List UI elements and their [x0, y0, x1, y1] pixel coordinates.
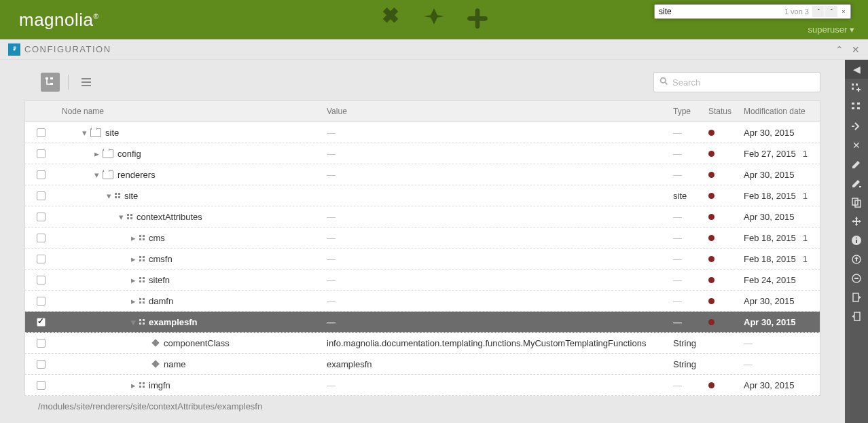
pulse-icon[interactable] — [420, 6, 448, 33]
svg-point-21 — [856, 238, 857, 239]
expand-toggle[interactable]: ▾ — [130, 317, 137, 327]
col-name[interactable]: Node name — [56, 107, 327, 116]
tree-view-button[interactable] — [41, 73, 60, 92]
row-checkbox[interactable] — [37, 128, 46, 137]
status-dot-icon — [708, 130, 715, 136]
user-menu[interactable]: superuser ▾ — [808, 24, 854, 35]
cell-type: String — [673, 359, 708, 369]
move-button[interactable] — [845, 212, 868, 231]
table-row[interactable]: ▸cms——Feb 18, 20151 — [24, 227, 820, 249]
table-row[interactable]: componentClassinfo.magnolia.documentatio… — [24, 333, 820, 354]
table-row[interactable]: ▸cmsfn——Feb 18, 20151 — [24, 249, 820, 270]
svg-rect-13 — [857, 103, 860, 105]
row-checkbox[interactable] — [37, 318, 46, 327]
publish-button[interactable] — [845, 250, 868, 269]
svg-rect-3 — [50, 83, 53, 85]
row-checkbox[interactable] — [37, 339, 46, 348]
cell-modified: Apr 30, 2015 — [744, 296, 820, 306]
cell-value: info.magnolia.documentation.templating.f… — [327, 338, 673, 348]
expand-toggle[interactable]: ▾ — [93, 170, 100, 180]
row-checkbox[interactable] — [37, 255, 46, 263]
status-dot-icon — [708, 298, 715, 304]
favorites-icon[interactable] — [464, 6, 491, 33]
find-next-button[interactable]: ˅ — [825, 6, 837, 17]
expand-toggle[interactable]: ▸ — [130, 233, 137, 243]
row-checkbox[interactable] — [37, 149, 46, 158]
export-button[interactable] — [845, 288, 868, 307]
topbar: magnolia® 1 von 3 ˄ ˅ × superuser ▾ — [0, 0, 868, 39]
row-checkbox[interactable] — [37, 276, 46, 284]
add-property-button[interactable] — [845, 117, 868, 136]
brand-logo[interactable]: magnolia® — [19, 10, 98, 31]
cell-modified: Feb 18, 20151 — [744, 254, 820, 264]
status-dot-icon — [708, 235, 715, 241]
unpublish-button[interactable] — [845, 269, 868, 288]
row-checkbox[interactable] — [37, 191, 46, 200]
table-row[interactable]: ▾site——Apr 30, 2015 — [24, 122, 820, 143]
expand-toggle[interactable]: ▾ — [117, 212, 124, 222]
add-node-button[interactable] — [845, 79, 868, 98]
find-close-button[interactable]: × — [838, 6, 849, 17]
separator — [68, 75, 69, 90]
actionbar: ◀ ✕ — [845, 60, 868, 423]
status-dot-icon — [708, 382, 715, 388]
chevron-down-icon: ▾ — [850, 24, 854, 35]
content-node-icon — [139, 277, 145, 282]
actionbar-toggle[interactable]: ◀ — [845, 60, 868, 79]
close-icon[interactable]: ✕ — [852, 44, 860, 55]
status-dot-icon — [708, 214, 715, 220]
import-button[interactable] — [845, 307, 868, 326]
row-checkbox[interactable] — [37, 213, 46, 221]
filter-input[interactable] — [672, 77, 814, 88]
add-folder-button[interactable] — [845, 98, 868, 117]
duplicate-button[interactable] — [845, 193, 868, 212]
find-input[interactable] — [656, 7, 782, 16]
filter-box[interactable] — [653, 72, 820, 92]
expand-toggle[interactable]: ▾ — [105, 191, 112, 201]
edit-button[interactable] — [845, 155, 868, 174]
cell-type: — — [673, 149, 708, 159]
row-checkbox[interactable] — [37, 234, 46, 242]
svg-rect-2 — [50, 77, 53, 79]
cell-value: — — [327, 170, 673, 180]
find-prev-button[interactable]: ˄ — [812, 6, 825, 17]
table-row[interactable]: ▾renderers——Apr 30, 2015 — [24, 164, 820, 185]
row-checkbox[interactable] — [37, 360, 46, 369]
col-status[interactable]: Status — [708, 107, 744, 116]
table-row[interactable]: ▾contextAttributes——Apr 30, 2015 — [24, 206, 820, 227]
expand-toggle[interactable]: ▸ — [130, 380, 137, 390]
status-dot-icon — [708, 151, 715, 157]
node-name: cms — [149, 233, 165, 243]
table-row[interactable]: ▸damfn——Apr 30, 2015 — [24, 291, 820, 312]
row-checkbox[interactable] — [37, 170, 46, 179]
table-row[interactable]: ▾sitesiteFeb 18, 20151 — [24, 185, 820, 206]
status-dot-icon — [708, 319, 715, 325]
list-view-button[interactable] — [77, 73, 96, 92]
info-button[interactable] — [845, 231, 868, 250]
apps-icon[interactable] — [377, 6, 404, 33]
cell-value: — — [327, 254, 673, 264]
row-checkbox[interactable] — [37, 381, 46, 390]
expand-toggle[interactable]: ▾ — [81, 128, 88, 138]
expand-toggle[interactable]: ▸ — [130, 254, 137, 264]
table-row[interactable]: ▾examplesfn——Apr 30, 2015 — [24, 312, 820, 333]
table-row[interactable]: ▸imgfn——Apr 30, 2015 — [24, 375, 820, 396]
table-header: Node name Value Type Status Modification… — [24, 100, 820, 122]
collapse-icon[interactable]: ⌃ — [835, 44, 844, 55]
status-dot-icon — [708, 277, 715, 283]
row-checkbox[interactable] — [37, 297, 46, 306]
expand-toggle[interactable]: ▸ — [130, 275, 137, 285]
table-row[interactable]: nameexamplesfnString— — [24, 354, 820, 375]
cell-type: — — [673, 317, 708, 327]
expand-toggle[interactable]: ▸ — [93, 149, 100, 159]
table-row[interactable]: ▸sitefn——Feb 24, 2015 — [24, 270, 820, 291]
expand-toggle[interactable]: ▸ — [130, 296, 137, 306]
col-type[interactable]: Type — [673, 107, 708, 116]
table-row[interactable]: ▸config——Feb 27, 20151 — [24, 143, 820, 164]
col-value[interactable]: Value — [327, 107, 673, 116]
delete-button[interactable]: ✕ — [845, 136, 868, 155]
rename-button[interactable] — [845, 174, 868, 193]
node-name: sitefn — [149, 275, 170, 285]
svg-rect-14 — [857, 107, 860, 109]
col-modified[interactable]: Modification date — [744, 107, 820, 116]
